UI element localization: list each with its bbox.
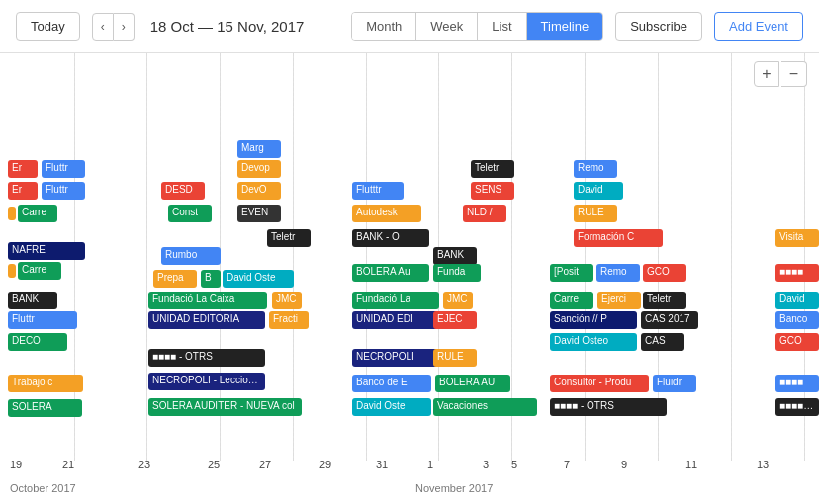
event-bar[interactable]: Carre	[18, 205, 57, 222]
event-bar[interactable]: Sanción // P	[550, 311, 637, 329]
event-bar[interactable]: Autodesk	[352, 205, 421, 222]
nav-prev-button[interactable]: ‹	[92, 13, 114, 41]
event-bar[interactable]: UNIDAD EDI	[352, 311, 439, 329]
event-bar[interactable]: Teletr	[471, 160, 514, 178]
event-bar[interactable]: BANK	[8, 292, 57, 309]
event-bar[interactable]: Vacaciones	[433, 398, 537, 416]
event-bar[interactable]: Const	[168, 205, 212, 222]
event-bar[interactable]: Fundació La Caixa	[148, 292, 267, 309]
event-bar[interactable]: DevO	[237, 182, 281, 200]
date-label: 19	[10, 459, 22, 470]
event-bar[interactable]: Fluidr	[653, 375, 696, 392]
event-bar[interactable]: SOLERA	[8, 399, 82, 417]
event-bar[interactable]: David Oste	[352, 398, 431, 416]
date-label: 25	[208, 459, 220, 470]
event-bar[interactable]: UNIDAD EDITORIA	[148, 311, 265, 329]
tab-timeline[interactable]: Timeline	[527, 13, 603, 40]
event-bar[interactable]: Prepa	[153, 270, 197, 288]
event-bar[interactable]: ■■■■	[775, 264, 819, 282]
event-bar[interactable]: GCO	[775, 333, 819, 351]
event-bar[interactable]: Fluttr	[42, 182, 85, 200]
date-range: 18 Oct — 15 Nov, 2017	[150, 18, 339, 35]
event-bar[interactable]: EJEC	[433, 311, 477, 329]
event-bar[interactable]: Remo	[574, 160, 617, 178]
event-bar[interactable]: Teletr	[267, 229, 311, 247]
event-bar[interactable]: ■■■■	[775, 375, 819, 392]
nav-buttons: ‹ ›	[92, 13, 135, 41]
event-bar[interactable]: SOLERA AUDITER - NUEVA col	[148, 398, 302, 416]
event-bar[interactable]: BOLERA Au	[352, 264, 429, 282]
event-bar[interactable]: Trabajo c	[8, 375, 83, 392]
event-bar[interactable]: NAFRE	[8, 242, 85, 260]
event-bar[interactable]: [Posit	[550, 264, 593, 282]
event-bar[interactable]: Ejerci	[597, 292, 641, 309]
event-bar[interactable]: BOLERA AU	[435, 375, 510, 392]
event-bar[interactable]: RULE	[433, 349, 477, 367]
header: Today ‹ › 18 Oct — 15 Nov, 2017 Month We…	[0, 0, 819, 53]
zoom-in-button[interactable]: +	[754, 61, 779, 87]
date-label: 7	[564, 459, 570, 470]
event-bar[interactable]: Banco de E	[352, 375, 431, 392]
today-button[interactable]: Today	[16, 12, 80, 41]
event-bar[interactable]: David	[574, 182, 623, 200]
date-label: 3	[483, 459, 489, 470]
nav-next-button[interactable]: ›	[114, 13, 135, 41]
event-bar[interactable]: SENS	[471, 182, 514, 200]
event-bar[interactable]: EVEN	[237, 205, 281, 222]
event-bar[interactable]: ■■■■ - OTRS	[148, 349, 265, 367]
tab-list[interactable]: List	[478, 13, 526, 40]
event-bar[interactable]: Flutttr	[352, 182, 404, 200]
event-bar[interactable]: David	[775, 292, 819, 309]
event-bar[interactable]: Devop	[237, 160, 281, 178]
event-bar[interactable]: Fluttr	[42, 160, 85, 178]
event-bar[interactable]: David Oste	[223, 270, 294, 288]
event-bar[interactable]: Carre	[550, 292, 593, 309]
event-bar[interactable]: Formación C	[574, 229, 663, 247]
zoom-out-button[interactable]: −	[781, 61, 807, 87]
event-bar[interactable]: Carre	[18, 262, 61, 280]
event-bar[interactable]: B	[201, 270, 221, 288]
event-bar[interactable]: Fundació La	[352, 292, 439, 309]
event-bar[interactable]: Teletr	[643, 292, 686, 309]
subscribe-button[interactable]: Subscribe	[615, 12, 702, 41]
zoom-controls: + −	[754, 61, 807, 87]
event-bar[interactable]: RULE	[574, 205, 617, 222]
event-bar[interactable]	[8, 207, 16, 220]
event-bar[interactable]: NECROPOLI - Lecciones	[148, 373, 265, 390]
date-label: 5	[511, 459, 517, 470]
event-bar[interactable]: David Osteo	[550, 333, 637, 351]
event-bar[interactable]: ■■■■ - OTRS	[550, 398, 667, 416]
event-bar[interactable]: ■■■■ - O	[775, 398, 819, 416]
tab-week[interactable]: Week	[416, 13, 478, 40]
event-bar[interactable]: Marg	[237, 140, 281, 158]
event-bar[interactable]	[8, 264, 16, 278]
date-label: 1	[427, 459, 433, 470]
event-bar[interactable]: JMC	[443, 292, 473, 309]
tab-month[interactable]: Month	[352, 13, 416, 40]
date-label: 21	[62, 459, 74, 470]
date-label: 13	[757, 459, 769, 470]
event-bar[interactable]: Fluttr	[8, 311, 77, 329]
event-bar[interactable]: JMC	[272, 292, 302, 309]
event-bar[interactable]: BANK	[433, 247, 477, 265]
event-bar[interactable]: Rumbo	[161, 247, 221, 265]
event-bar[interactable]: Fracti	[269, 311, 309, 329]
event-bar[interactable]: Visita	[775, 229, 819, 247]
event-bar[interactable]: DECO	[8, 333, 67, 351]
event-bar[interactable]: NECROPOLI	[352, 349, 439, 367]
event-bar[interactable]: BANK - O	[352, 229, 429, 247]
add-event-button[interactable]: Add Event	[714, 12, 803, 41]
event-bar[interactable]: Er	[8, 182, 38, 200]
event-bar[interactable]: CAS 2017	[641, 311, 698, 329]
event-bar[interactable]: GCO	[643, 264, 686, 282]
event-bar[interactable]: Consultor - Produ	[550, 375, 649, 392]
event-bar[interactable]: DESD	[161, 182, 205, 200]
date-label: 11	[685, 459, 697, 470]
event-bar[interactable]: Remo	[596, 264, 640, 282]
event-bar[interactable]: Funda	[433, 264, 481, 282]
event-bar[interactable]: CAS	[641, 333, 684, 351]
event-bar[interactable]: Er	[8, 160, 38, 178]
view-tabs: Month Week List Timeline	[351, 12, 603, 41]
event-bar[interactable]: NLD /	[463, 205, 506, 222]
event-bar[interactable]: Banco	[775, 311, 819, 329]
